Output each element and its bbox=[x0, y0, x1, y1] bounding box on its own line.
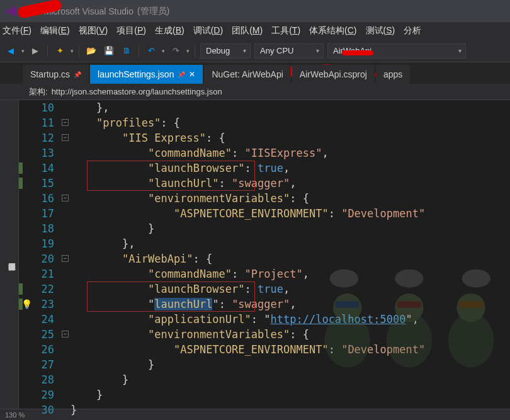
document-tabs: Startup.cs📌launchSettings.json📌✕NuGet: A… bbox=[0, 62, 510, 84]
code-line[interactable]: "launchUrl": "swagger", bbox=[71, 176, 510, 191]
config-dropdown[interactable]: Debug bbox=[200, 43, 251, 59]
new-item-icon[interactable]: ✦ bbox=[53, 44, 67, 58]
startup-dropdown[interactable]: AirWebApi bbox=[327, 43, 466, 59]
toolbar: ◀ ▾ ▶ ✦ ▾ 📂 💾 🗎 ↶ ▾ ↷ ▾ Debug Any CPU Ai… bbox=[0, 40, 510, 62]
redo-icon[interactable]: ↷ bbox=[169, 44, 183, 58]
sidebar-left: 服务器资源管理器工具箱SQL Server 对象资源管理器数据源 bbox=[0, 100, 19, 409]
code-line[interactable]: "launchUrl": "swagger", bbox=[71, 297, 510, 312]
code-line[interactable]: "commandName": "Project", bbox=[71, 266, 510, 281]
menu-item[interactable]: 生成(B) bbox=[155, 25, 184, 37]
pin-icon[interactable]: 📌 bbox=[74, 71, 81, 78]
undo-icon[interactable]: ↶ bbox=[144, 44, 158, 58]
fold-icon[interactable]: − bbox=[62, 255, 69, 262]
tab-label: launchSettings.json bbox=[98, 69, 174, 79]
nav-back-icon[interactable]: ◀ bbox=[4, 44, 18, 58]
code-line[interactable]: "AirWebApi": { bbox=[71, 251, 510, 266]
code-line[interactable]: "ASPNETCORE_ENVIRONMENT": "Development" bbox=[71, 206, 510, 221]
code-line[interactable]: "profiles": { bbox=[71, 115, 510, 130]
fold-icon[interactable]: − bbox=[62, 119, 69, 126]
menu-item[interactable]: 文件(F) bbox=[3, 25, 31, 37]
lightbulb-icon[interactable]: 💡 bbox=[21, 299, 32, 309]
save-icon[interactable]: 💾 bbox=[102, 44, 116, 58]
sidebar-tab[interactable]: 服务器资源管理器 bbox=[5, 253, 18, 261]
close-icon[interactable]: ✕ bbox=[189, 70, 195, 79]
menu-item[interactable]: 团队(M) bbox=[232, 25, 263, 37]
code-line[interactable]: "IIS Express": { bbox=[71, 130, 510, 145]
pin-icon[interactable]: 📌 bbox=[178, 71, 185, 78]
open-icon[interactable]: 📂 bbox=[84, 44, 98, 58]
code-line[interactable]: "applicationUrl": "http://localhost:5000… bbox=[71, 312, 510, 327]
code-line[interactable]: }, bbox=[71, 100, 510, 115]
tab-label: NuGet: AirWebApi bbox=[212, 69, 283, 79]
menubar: 文件(F)编辑(E)视图(V)项目(P)生成(B)调试(D)团队(M)工具(T)… bbox=[0, 22, 510, 40]
fold-icon[interactable]: − bbox=[62, 331, 69, 338]
fold-icon[interactable]: − bbox=[62, 195, 69, 201]
schema-url[interactable]: http://json.schemastore.org/launchsettin… bbox=[52, 87, 222, 96]
document-tab[interactable]: launchSettings.json📌✕ bbox=[90, 65, 203, 84]
change-mark bbox=[19, 162, 23, 174]
menu-item[interactable]: 项目(P) bbox=[116, 25, 146, 37]
code-line[interactable]: } bbox=[71, 372, 510, 387]
code-line[interactable]: } bbox=[71, 357, 510, 372]
code-line[interactable]: "environmentVariables": { bbox=[71, 191, 510, 206]
code-line[interactable]: "ASPNETCORE_ENVIRONMENT": "Development" bbox=[71, 342, 510, 357]
save-all-icon[interactable]: 🗎 bbox=[120, 44, 133, 58]
code-area[interactable]: }, "profiles": { "IIS Express": { "comma… bbox=[71, 100, 510, 409]
code-line[interactable]: "launchBrowser": true, bbox=[71, 161, 510, 176]
menu-item[interactable]: 体系结构(C) bbox=[309, 25, 356, 37]
vs-logo-icon bbox=[5, 5, 18, 18]
document-tab[interactable]: AirWebApi.csproj bbox=[292, 65, 375, 84]
menu-item[interactable]: 编辑(E) bbox=[40, 25, 70, 37]
document-tab[interactable]: NuGet: AirWebApi bbox=[204, 65, 290, 84]
zoom-level[interactable]: 130 % bbox=[5, 411, 25, 419]
change-mark bbox=[19, 283, 23, 295]
change-mark bbox=[19, 178, 23, 189]
admin-suffix: (管理员) bbox=[137, 6, 169, 17]
menu-item[interactable]: 分析 bbox=[404, 25, 421, 37]
schema-bar: 架构: http://json.schemastore.org/launchse… bbox=[0, 84, 510, 100]
code-line[interactable]: } bbox=[71, 387, 510, 402]
document-tab[interactable]: apps bbox=[376, 65, 410, 84]
code-line[interactable]: "environmentVariables": { bbox=[71, 327, 510, 342]
fold-icon[interactable]: − bbox=[62, 134, 69, 141]
tab-label: AirWebApi.csproj bbox=[300, 69, 367, 79]
code-line[interactable]: "commandName": "IISExpress", bbox=[71, 145, 510, 161]
code-line[interactable]: "launchBrowser": true, bbox=[71, 281, 510, 297]
menu-item[interactable]: 测试(S) bbox=[366, 25, 395, 37]
tab-label: Startup.cs bbox=[30, 69, 70, 79]
menu-item[interactable]: 调试(D) bbox=[193, 25, 223, 37]
nav-fwd-icon[interactable]: ▶ bbox=[28, 44, 42, 58]
document-tab[interactable]: Startup.cs📌 bbox=[23, 65, 89, 84]
platform-dropdown[interactable]: Any CPU bbox=[254, 43, 324, 59]
line-gutter: 1011121314151617181920212223242526272829… bbox=[24, 100, 62, 409]
titlebar: age - Microsoft Visual Studio (管理员) bbox=[0, 0, 510, 22]
tab-label: apps bbox=[383, 69, 402, 79]
code-editor[interactable]: 1011121314151617181920212223242526272829… bbox=[19, 100, 510, 409]
schema-label: 架构: bbox=[29, 86, 48, 98]
code-line[interactable]: }, bbox=[71, 236, 510, 251]
code-line[interactable]: } bbox=[71, 221, 510, 236]
code-line[interactable]: } bbox=[71, 402, 510, 417]
menu-item[interactable]: 视图(V) bbox=[79, 25, 108, 37]
menu-item[interactable]: 工具(T) bbox=[271, 25, 300, 37]
